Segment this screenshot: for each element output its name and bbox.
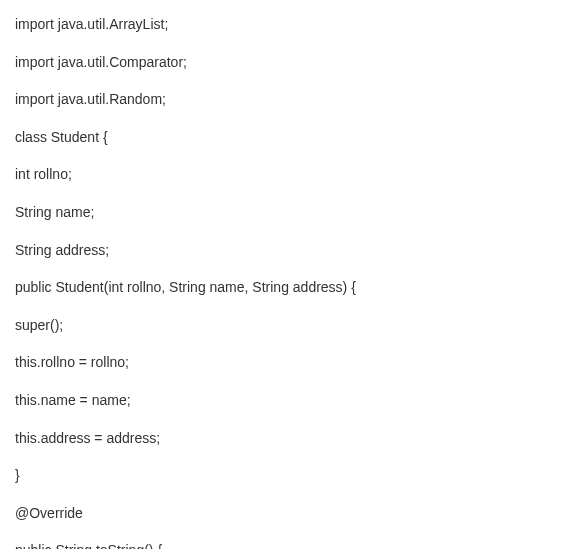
- code-line: super();: [15, 316, 554, 336]
- code-line: }: [15, 466, 554, 486]
- code-line: import java.util.ArrayList;: [15, 15, 554, 35]
- code-line: class Student {: [15, 128, 554, 148]
- code-line: this.rollno = rollno;: [15, 353, 554, 373]
- code-line: import java.util.Comparator;: [15, 53, 554, 73]
- code-block: import java.util.ArrayList; import java.…: [15, 15, 554, 549]
- code-line: public String toString() {: [15, 541, 554, 549]
- code-line: import java.util.Random;: [15, 90, 554, 110]
- code-line: public Student(int rollno, String name, …: [15, 278, 554, 298]
- code-line: String address;: [15, 241, 554, 261]
- code-line: int rollno;: [15, 165, 554, 185]
- code-line: String name;: [15, 203, 554, 223]
- code-line: this.address = address;: [15, 429, 554, 449]
- code-line: this.name = name;: [15, 391, 554, 411]
- code-line: @Override: [15, 504, 554, 524]
